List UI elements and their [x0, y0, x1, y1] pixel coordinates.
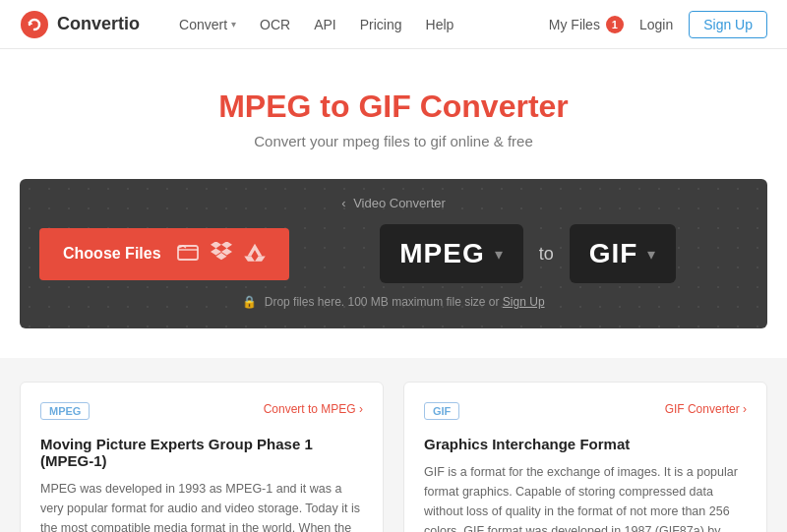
to-format-button[interactable]: GIF ▾	[570, 224, 677, 283]
to-format-label: GIF	[589, 238, 638, 269]
dropbox-icon	[211, 242, 232, 266]
main-content: MPEG Convert to MPEG › Moving Picture Ex…	[0, 358, 787, 532]
nav-api[interactable]: API	[304, 11, 346, 38]
breadcrumb: ‹ Video Converter	[39, 195, 748, 210]
lock-icon: 🔒	[242, 295, 257, 309]
chevron-right-icon: ›	[743, 402, 747, 416]
hero-subtitle: Convert your mpeg files to gif online & …	[20, 133, 767, 149]
nav-ocr[interactable]: OCR	[250, 11, 300, 38]
chevron-down-icon: ▾	[231, 19, 236, 30]
google-drive-icon	[244, 242, 266, 266]
choose-files-area: Choose Files	[39, 228, 289, 280]
to-separator: to	[539, 244, 554, 265]
format-selector: MPEG ▾ to GIF ▾	[309, 224, 748, 283]
file-source-icons	[177, 242, 266, 266]
my-files-badge: 1	[606, 16, 624, 33]
logo-text: Convertio	[57, 14, 140, 34]
page-title: MPEG to GIF Converter	[20, 89, 767, 125]
svg-rect-1	[178, 246, 198, 260]
signup-button[interactable]: Sign Up	[689, 11, 767, 38]
from-format-button[interactable]: MPEG ▾	[380, 224, 522, 283]
info-cards: MPEG Convert to MPEG › Moving Picture Ex…	[20, 382, 767, 532]
video-converter-link[interactable]: ‹ Video Converter	[341, 196, 446, 210]
gif-tag: GIF	[424, 402, 459, 420]
chevron-left-icon: ‹	[341, 196, 345, 210]
header-left: Convertio Convert ▾ OCR API Pricing Help	[20, 10, 549, 39]
card-header-mpeg: MPEG Convert to MPEG ›	[40, 402, 363, 426]
logo[interactable]: Convertio	[20, 10, 140, 39]
logo-icon	[20, 10, 49, 39]
converter-box: ‹ Video Converter Choose Files	[20, 179, 767, 328]
gif-converter-link[interactable]: GIF Converter ›	[665, 402, 747, 416]
mpeg-card-title: Moving Picture Experts Group Phase 1 (MP…	[40, 436, 363, 469]
from-format-label: MPEG	[399, 238, 484, 269]
nav-pricing[interactable]: Pricing	[350, 11, 412, 38]
local-files-icon	[177, 242, 199, 266]
gif-card-title: Graphics Interchange Format	[424, 436, 747, 452]
mpeg-card-text: MPEG was developed in 1993 as MPEG-1 and…	[40, 479, 363, 532]
hero-section: MPEG to GIF Converter Convert your mpeg …	[0, 49, 787, 179]
convert-to-mpeg-link[interactable]: Convert to MPEG ›	[264, 402, 363, 416]
mpeg-tag: MPEG	[40, 402, 90, 420]
main-nav: Convert ▾ OCR API Pricing Help	[169, 11, 463, 38]
to-format-chevron-icon: ▾	[647, 245, 656, 264]
my-files-link[interactable]: My Files 1	[549, 16, 624, 33]
choose-files-button[interactable]: Choose Files	[39, 228, 289, 280]
gif-info-card: GIF GIF Converter › Graphics Interchange…	[403, 382, 767, 532]
converter-controls: Choose Files	[39, 224, 748, 283]
gif-card-text: GIF is a format for the exchange of imag…	[424, 462, 747, 532]
login-button[interactable]: Login	[639, 17, 673, 32]
signup-drop-link[interactable]: Sign Up	[503, 295, 545, 309]
nav-help[interactable]: Help	[416, 11, 464, 38]
nav-convert[interactable]: Convert ▾	[169, 11, 246, 38]
from-format-chevron-icon: ▾	[495, 245, 504, 264]
chevron-right-icon: ›	[359, 402, 363, 416]
mpeg-info-card: MPEG Convert to MPEG › Moving Picture Ex…	[20, 382, 384, 532]
header: Convertio Convert ▾ OCR API Pricing Help…	[0, 0, 787, 49]
converter-section: ‹ Video Converter Choose Files	[0, 179, 787, 358]
drop-info: 🔒 Drop files here. 100 MB maximum file s…	[39, 295, 748, 309]
card-header-gif: GIF GIF Converter ›	[424, 402, 747, 426]
svg-point-0	[21, 11, 48, 38]
header-right: My Files 1 Login Sign Up	[549, 11, 767, 38]
